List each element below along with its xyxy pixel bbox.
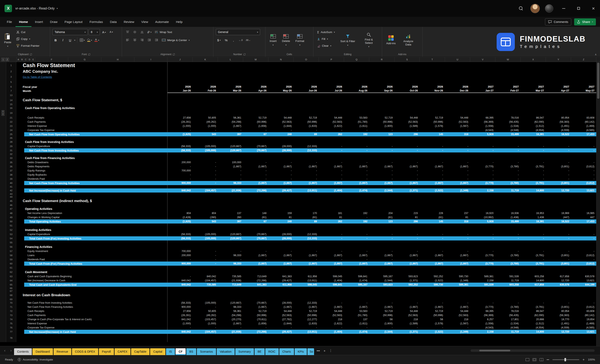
cell[interactable]: 2026 <box>420 85 445 89</box>
cell[interactable]: 2027 <box>546 85 571 89</box>
cell[interactable]: (49,262) <box>193 120 218 124</box>
cell[interactable]: (52,563) <box>394 120 420 124</box>
cell[interactable]: 89 <box>294 132 319 136</box>
cell[interactable] <box>470 224 495 228</box>
cell[interactable]: 16,969 <box>546 211 571 215</box>
cell[interactable]: (260) <box>193 215 218 219</box>
cell[interactable] <box>394 287 420 290</box>
cell[interactable] <box>394 298 420 301</box>
cell[interactable] <box>546 106 571 110</box>
cell[interactable]: 2026 <box>344 85 369 89</box>
menu-draw[interactable]: Draw <box>47 17 61 27</box>
cell[interactable] <box>218 270 243 274</box>
row-number[interactable]: 25 <box>6 132 16 136</box>
cell[interactable]: (120,667) <box>218 148 243 153</box>
cell[interactable]: (3,801) <box>546 181 571 185</box>
cell[interactable]: - <box>319 326 344 330</box>
cell[interactable]: (1,438) <box>495 215 521 219</box>
cell[interactable] <box>193 204 218 207</box>
cell[interactable] <box>495 62 521 69</box>
cell[interactable] <box>495 292 521 298</box>
row-number[interactable]: 50 <box>6 219 16 224</box>
cell[interactable]: 50,805 <box>193 116 218 120</box>
row-number[interactable]: 6 <box>6 85 16 89</box>
cell[interactable] <box>243 287 268 290</box>
align-center-button[interactable] <box>132 37 138 43</box>
cell[interactable] <box>495 204 521 207</box>
accounting-format-button[interactable]: $▾ <box>216 37 222 43</box>
row-number[interactable]: 24 <box>6 128 16 132</box>
cell[interactable] <box>470 69 495 74</box>
collapse-ribbon-button[interactable]: ∧ <box>595 53 597 56</box>
cell[interactable]: 52,719 <box>420 116 445 120</box>
cell[interactable]: (1,667) <box>344 305 369 309</box>
globe-button[interactable] <box>543 0 555 17</box>
cell[interactable]: - <box>420 144 445 148</box>
cell[interactable] <box>369 287 394 290</box>
cell[interactable] <box>344 245 369 249</box>
cell[interactable] <box>243 153 268 156</box>
cell[interactable] <box>495 156 521 160</box>
cell[interactable] <box>369 153 394 156</box>
cell[interactable] <box>243 245 268 249</box>
cell[interactable] <box>546 207 571 211</box>
cell[interactable]: 296 <box>394 132 420 136</box>
cell[interactable] <box>445 136 470 140</box>
cell[interactable]: (52,563) <box>268 313 294 317</box>
cell[interactable] <box>243 192 268 195</box>
cell[interactable] <box>294 140 319 144</box>
cell[interactable] <box>193 98 218 103</box>
cell[interactable] <box>168 195 193 198</box>
cell[interactable]: 27,656 <box>168 309 193 313</box>
cell[interactable]: (1,667) <box>243 164 268 169</box>
cell[interactable]: (3,770) <box>470 181 495 185</box>
cell[interactable]: (4,559) <box>546 128 571 132</box>
cell[interactable] <box>445 156 470 160</box>
cell[interactable] <box>571 110 596 116</box>
column-header-Q[interactable]: Q <box>344 57 369 62</box>
cell[interactable] <box>369 98 394 103</box>
cell[interactable] <box>369 110 394 116</box>
cell[interactable]: 2026 <box>394 85 420 89</box>
column-header-B[interactable]: B <box>20 57 24 62</box>
cell[interactable]: Nov-26 <box>420 89 445 93</box>
cell[interactable]: 841,042 <box>168 317 193 321</box>
cell[interactable] <box>546 103 571 106</box>
cell[interactable]: - <box>521 173 546 177</box>
cell[interactable]: (1,371) <box>394 188 420 192</box>
cell[interactable]: 2,158 <box>470 188 495 192</box>
cell[interactable]: - <box>470 301 495 305</box>
cell[interactable] <box>344 192 369 195</box>
row-number[interactable]: 48 <box>6 211 16 215</box>
cell[interactable]: - <box>546 257 571 262</box>
cell[interactable]: (1,667) <box>218 124 243 128</box>
row-number[interactable]: 43 <box>6 192 16 195</box>
cell[interactable]: (1,667) <box>319 262 344 266</box>
cell[interactable] <box>445 140 470 144</box>
cell[interactable]: - <box>319 257 344 262</box>
cell[interactable]: (4,559) <box>546 326 571 330</box>
cell[interactable] <box>344 298 369 301</box>
cell[interactable] <box>268 69 294 74</box>
decrease-indent-button[interactable] <box>146 37 152 43</box>
bottom-align-button[interactable] <box>139 29 145 35</box>
row-number[interactable]: 31 <box>6 148 16 153</box>
cell[interactable]: - <box>268 160 294 164</box>
cell[interactable]: - <box>168 173 193 177</box>
cell[interactable] <box>319 103 344 106</box>
cell[interactable]: (4,554) <box>521 128 546 132</box>
cell[interactable] <box>521 240 546 245</box>
cell[interactable] <box>495 240 521 245</box>
cell[interactable] <box>445 270 470 274</box>
cell[interactable] <box>571 103 596 106</box>
cell[interactable] <box>193 136 218 140</box>
cell[interactable]: 15,499 <box>495 219 521 224</box>
cell[interactable]: - <box>344 215 369 219</box>
cell[interactable]: - <box>294 177 319 181</box>
addins-button[interactable]: Add-ins <box>384 29 397 51</box>
cell[interactable] <box>268 292 294 298</box>
cell[interactable]: 2026 <box>294 85 319 89</box>
cell[interactable] <box>243 204 268 207</box>
percent-style-button[interactable]: % <box>223 37 229 43</box>
column-header-Y[interactable]: Y <box>546 57 571 62</box>
